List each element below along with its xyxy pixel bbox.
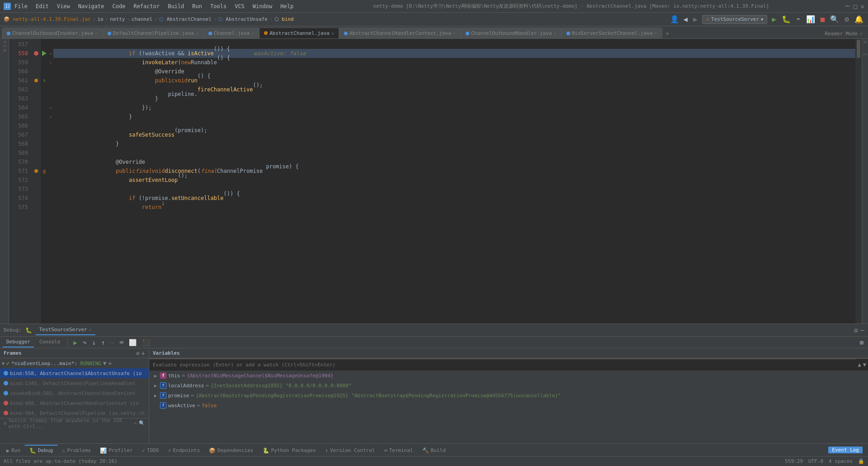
code-editor[interactable]: if (!wasActive && isActive()) { wasActiv… [53, 39, 855, 323]
back-btn[interactable]: ◀ [683, 14, 689, 24]
step-out-btn[interactable]: ↑ [99, 338, 107, 347]
fold-558[interactable]: ▾ [48, 49, 53, 58]
debug-minimize-icon[interactable]: ─ [861, 327, 864, 334]
trace-into-btn[interactable]: ⬛ [140, 338, 151, 347]
thread-filter-icon[interactable]: ⚙ [136, 350, 139, 357]
bottom-tab-python-packages[interactable]: 🐍 Python Packages [258, 445, 321, 456]
menu-vcs[interactable]: VCS [231, 2, 248, 10]
tab-close-2[interactable]: ✕ [196, 31, 198, 36]
tab-channel[interactable]: Channel.java ✕ [203, 28, 259, 38]
var-expand-promise[interactable]: ▶ [153, 393, 158, 398]
breadcrumb-jar[interactable]: 📦 netty-all-4.1.39.Final.jar [4, 16, 91, 22]
frame-item-3[interactable]: bind:488, AbstractChannelHandlerContext … [0, 398, 149, 408]
debug-run-btn[interactable]: 🐛 [781, 14, 792, 24]
trace-over-btn[interactable]: ⬜ [127, 338, 138, 347]
evaluate-btn[interactable]: ⌨ [118, 338, 125, 347]
fold-565[interactable]: ▾ [48, 112, 53, 121]
right-sidebar-icon[interactable]: V [863, 41, 868, 43]
switch-frames-close[interactable]: ✕ [134, 420, 137, 426]
bottom-tab-problems[interactable]: ⚠ Problems [57, 445, 95, 456]
bottom-tab-terminal[interactable]: ⌨ Terminal [379, 445, 417, 456]
var-item-wasactive[interactable]: f wasActive = false [149, 400, 868, 410]
tab-abstract-channel-handler-context[interactable]: AbstractChannelHandlerContext.java ✕ [339, 28, 461, 38]
layout-btn[interactable]: ⊞ [858, 338, 865, 347]
bottom-tab-version-control[interactable]: ↑ Version Control [321, 445, 380, 456]
breadcrumb-channel[interactable]: channel [132, 16, 152, 22]
var-item-localaddress[interactable]: ▶ f localAddress = {InetSocketAddress@18… [149, 380, 868, 390]
menu-edit[interactable]: Edit [32, 2, 52, 10]
step-over-btn[interactable]: ↷ [81, 338, 88, 347]
menu-help[interactable]: Help [277, 2, 297, 10]
debug-tab-close[interactable]: ✕ [89, 327, 92, 332]
notification-icon[interactable]: 🔔 [854, 14, 864, 24]
menu-run[interactable]: Run [189, 2, 206, 10]
resume-btn[interactable]: ▶ [71, 338, 79, 347]
encoding-indicator[interactable]: UTF-8 [808, 458, 823, 464]
scrollbar-thumb[interactable] [857, 40, 860, 58]
evaluate-input[interactable] [149, 359, 856, 371]
profile-icon[interactable]: 👤 [670, 15, 679, 24]
var-expand-this[interactable]: ▶ [153, 373, 158, 378]
menu-file[interactable]: File [11, 2, 31, 10]
frame-item-0[interactable]: bind:558, AbstractChannel$AbstractUnsafe… [0, 368, 149, 378]
bottom-tab-todo[interactable]: ✓ TODO [137, 445, 163, 456]
menu-build[interactable]: Build [164, 2, 188, 10]
tab-channel-outbound-handler[interactable]: ChannelOutboundHandler.java ✕ [461, 28, 561, 38]
menu-code[interactable]: Code [109, 2, 129, 10]
bottom-tab-endpoints[interactable]: ⚡ Endpoints [163, 445, 204, 456]
tab-close-4[interactable]: ✕ [331, 31, 334, 36]
switch-frames-search-icon[interactable]: 🔍 [139, 420, 145, 426]
debug-sub-tab-debugger[interactable]: Debugger [3, 337, 34, 347]
scrollbar-track[interactable] [855, 39, 862, 323]
evaluate-arrow-icon[interactable]: ▲ [858, 361, 861, 368]
debug-sub-tab-console[interactable]: Console [36, 337, 64, 347]
gutter-561[interactable]: ↑ [41, 76, 48, 85]
project-icon[interactable]: P [2, 41, 7, 43]
frame-item-1[interactable]: bind:1345, DefaultChannelPipeline$HeadCo… [0, 378, 149, 388]
event-log-btn[interactable]: Event Log [828, 447, 863, 453]
tab-default-channel-pipeline[interactable]: DefaultChannelPipeline.java ✕ [103, 28, 203, 38]
reader-mode[interactable]: Reader Mode ✓ [821, 29, 866, 38]
run-btn[interactable]: ▶ [771, 14, 777, 24]
stop-btn[interactable]: ■ [820, 14, 826, 24]
gutter-571[interactable]: @ [41, 166, 48, 176]
var-item-this[interactable]: ▶ f this = {AbstractNioMessageChannel$Ni… [149, 371, 868, 380]
tab-nio-server-socket-channel[interactable]: NioServerSocketChannel.java ✕ [561, 28, 662, 38]
menu-window[interactable]: Window [249, 2, 276, 10]
bp-558[interactable] [32, 49, 41, 58]
menu-navigate[interactable]: Navigate [75, 2, 108, 10]
debug-tab-session[interactable]: TestSourceServer ✕ [36, 325, 95, 335]
fold-559[interactable]: ▾ [48, 58, 53, 67]
thread-header[interactable]: ▼ ✔ *nioEventLoop...main*: RUNNING ▼ + [0, 358, 149, 368]
var-item-promise[interactable]: ▶ f promise = {AbstractBootstrap$Pending… [149, 390, 868, 400]
settings-icon[interactable]: ⚙ [844, 14, 850, 24]
line-558[interactable]: 558 [9, 49, 28, 58]
more-tabs-btn[interactable]: » [664, 29, 671, 38]
add-watch-icon[interactable]: + [142, 350, 145, 357]
evaluate-expand-icon[interactable]: ▼ [863, 361, 866, 368]
coverage-btn[interactable]: ☂ [795, 14, 802, 24]
menu-refactor[interactable]: Refactor [130, 2, 163, 10]
thread-add-btn[interactable]: + [108, 360, 112, 367]
maximize-btn[interactable]: □ [853, 3, 857, 10]
tab-close-7[interactable]: ✕ [655, 31, 657, 36]
tab-close-6[interactable]: ✕ [554, 31, 557, 36]
run-config-selector[interactable]: ⚡ TestSourceServer ▼ [702, 15, 768, 24]
frame-item-4[interactable]: bind:984, DefaultChannelPipeline (io.net… [0, 408, 149, 418]
breadcrumb-abstract-channel[interactable]: ⬡ AbstractChannel [159, 16, 212, 22]
right-sidebar-icon2[interactable]: C [863, 53, 868, 56]
frame-item-2[interactable]: invokeBind:503, AbstractChannelHandlerCo… [0, 388, 149, 398]
forward-btn[interactable]: ▶ [692, 14, 698, 24]
menu-view[interactable]: View [53, 2, 74, 10]
search-icon[interactable]: 🔍 [829, 14, 840, 24]
run-to-cursor-btn[interactable]: ⇒ [108, 338, 116, 347]
step-into-btn[interactable]: ↓ [90, 338, 97, 347]
breadcrumb-netty[interactable]: netty [110, 16, 125, 22]
breadcrumb-abstract-unsafe[interactable]: ⬡ AbstractUnsafe [218, 16, 268, 22]
profile-btn[interactable]: 📊 [805, 14, 816, 24]
thread-filter-dropdown[interactable]: ▼ [103, 360, 106, 366]
tab-close-5[interactable]: ✕ [453, 31, 456, 36]
breadcrumb-io[interactable]: io [97, 16, 103, 22]
minimize-btn[interactable]: ─ [845, 2, 849, 10]
structure-icon[interactable]: S [2, 45, 7, 47]
